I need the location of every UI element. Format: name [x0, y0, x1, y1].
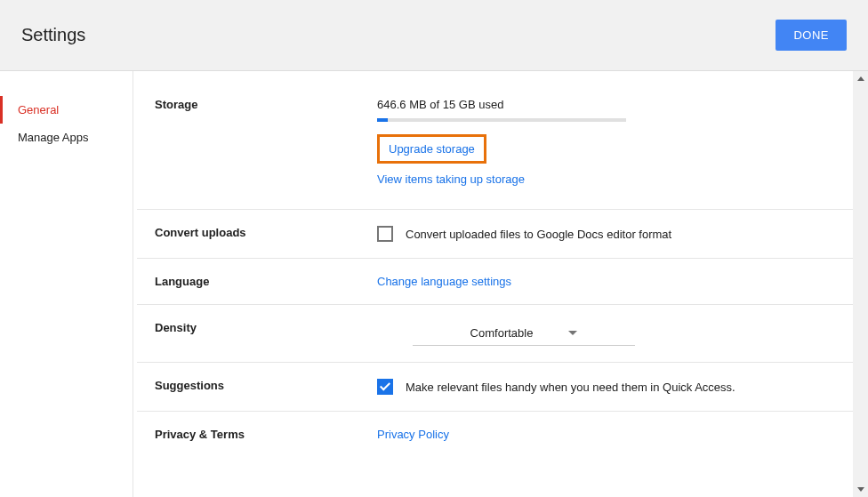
- section-label-language: Language: [155, 275, 377, 288]
- section-label-convert: Convert uploads: [155, 226, 377, 242]
- chevron-down-icon: [568, 331, 577, 335]
- main-panel: Storage 646.6 MB of 15 GB used Upgrade s…: [133, 71, 868, 497]
- arrow-down-icon: [857, 487, 864, 492]
- suggestions-row: Make relevant files handy when you need …: [377, 379, 850, 395]
- section-suggestions: Suggestions Make relevant files handy wh…: [137, 363, 868, 412]
- section-storage: Storage 646.6 MB of 15 GB used Upgrade s…: [137, 71, 868, 210]
- page-title: Settings: [21, 25, 85, 45]
- change-language-link[interactable]: Change language settings: [377, 275, 511, 288]
- storage-usage-text: 646.6 MB of 15 GB used: [377, 98, 850, 111]
- density-select[interactable]: Comfortable: [413, 321, 635, 346]
- section-label-storage: Storage: [155, 98, 377, 193]
- settings-header: Settings DONE: [0, 0, 868, 71]
- density-selected-text: Comfortable: [470, 326, 534, 340]
- section-language: Language Change language settings: [137, 259, 868, 305]
- convert-uploads-row: Convert uploaded files to Google Docs ed…: [377, 226, 850, 242]
- convert-uploads-checkbox[interactable]: [377, 226, 393, 242]
- sidebar-item-label: Manage Apps: [18, 131, 89, 144]
- convert-uploads-label: Convert uploaded files to Google Docs ed…: [406, 228, 671, 241]
- section-convert-uploads: Convert uploads Convert uploaded files t…: [137, 210, 868, 259]
- done-button[interactable]: DONE: [776, 20, 847, 51]
- sidebar-item-general[interactable]: General: [0, 96, 133, 124]
- privacy-policy-link[interactable]: Privacy Policy: [377, 428, 850, 441]
- storage-progress-fill: [377, 118, 388, 122]
- sidebar-item-label: General: [18, 103, 59, 116]
- sidebar: General Manage Apps: [0, 71, 133, 497]
- content: General Manage Apps Storage 646.6 MB of …: [0, 71, 868, 497]
- upgrade-storage-highlight: Upgrade storage: [377, 134, 486, 164]
- suggestions-label: Make relevant files handy when you need …: [406, 381, 735, 394]
- section-label-privacy: Privacy & Terms: [155, 428, 377, 448]
- storage-progress-bar: [377, 118, 626, 122]
- section-privacy: Privacy & Terms Privacy Policy: [137, 412, 868, 464]
- upgrade-storage-link[interactable]: Upgrade storage: [389, 142, 475, 156]
- sidebar-item-manage-apps[interactable]: Manage Apps: [0, 124, 133, 151]
- scrollbar[interactable]: [853, 71, 868, 497]
- storage-body: 646.6 MB of 15 GB used Upgrade storage V…: [377, 98, 850, 193]
- section-density: Density Comfortable: [137, 305, 868, 363]
- suggestions-checkbox[interactable]: [377, 379, 393, 395]
- section-label-suggestions: Suggestions: [155, 379, 377, 395]
- section-label-density: Density: [155, 321, 377, 346]
- view-items-link[interactable]: View items taking up storage: [377, 172, 850, 186]
- scroll-down-button[interactable]: [853, 482, 868, 497]
- scroll-up-button[interactable]: [853, 71, 868, 86]
- arrow-up-icon: [857, 76, 864, 81]
